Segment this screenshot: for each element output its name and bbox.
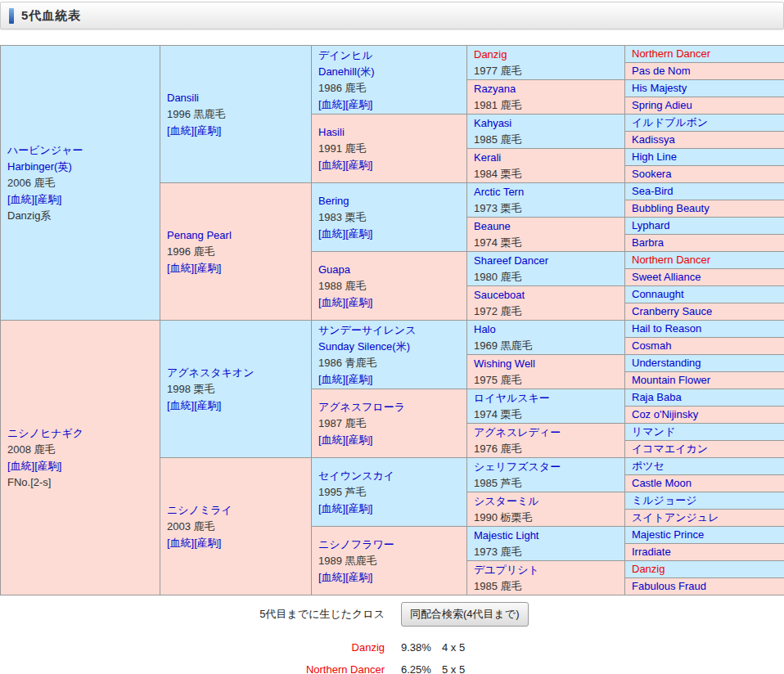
- horse-name-link[interactable]: Cosmah: [632, 339, 671, 352]
- horse-name-link[interactable]: ミルジョージ: [632, 494, 697, 506]
- horse-name-link[interactable]: Castle Moon: [632, 477, 692, 489]
- cross-horse-name: Northern Dancer: [0, 661, 385, 674]
- horse-name-link[interactable]: アグネスフローラ: [318, 401, 405, 413]
- pedigree-link[interactable]: [血統]: [318, 227, 345, 240]
- offspring-link[interactable]: [産駒]: [345, 571, 372, 583]
- horse-name-link[interactable]: ニシノフラワー: [318, 538, 394, 550]
- horse-name-link[interactable]: Halo: [474, 323, 496, 335]
- horse-name-link[interactable]: High Line: [632, 151, 677, 163]
- offspring-link[interactable]: [産駒]: [345, 98, 372, 110]
- horse-name-link[interactable]: Beaune: [474, 220, 511, 232]
- offspring-link[interactable]: [産駒]: [345, 296, 372, 308]
- offspring-link[interactable]: [産駒]: [345, 502, 372, 514]
- horse-name: Lyphard: [632, 218, 777, 234]
- horse-name-link[interactable]: Shareef Dancer: [474, 254, 548, 267]
- horse-name-link[interactable]: ハービンジャー: [7, 144, 83, 156]
- horse-name-link[interactable]: ニシノミライ: [167, 504, 232, 516]
- horse-name-link[interactable]: Sookera: [632, 168, 671, 180]
- horse-name-link[interactable]: Hail to Reason: [632, 322, 701, 335]
- pedigree-link[interactable]: [血統]: [318, 502, 345, 514]
- pedigree-link[interactable]: [血統]: [318, 571, 345, 583]
- offspring-link[interactable]: [産駒]: [194, 537, 221, 549]
- horse-name-link[interactable]: Spring Adieu: [632, 99, 692, 111]
- horse-name-link[interactable]: Danzig: [474, 48, 507, 61]
- horse-name-link[interactable]: Kahyasi: [474, 117, 511, 129]
- horse-info: 1986 鹿毛: [318, 80, 460, 97]
- horse-name-link[interactable]: Hasili: [318, 126, 345, 138]
- horse-name-link[interactable]: Guapa: [318, 263, 350, 276]
- horse-name-link[interactable]: Kerali: [474, 151, 501, 164]
- pedigree-link[interactable]: [血統]: [167, 537, 194, 549]
- horse-name-link[interactable]: Coz o'Nijinsky: [632, 408, 698, 420]
- horse-name-link[interactable]: Lyphard: [632, 219, 670, 231]
- pedigree-link[interactable]: [血統]: [167, 262, 194, 274]
- horse-name-link[interactable]: スイトアンジュレ: [632, 511, 719, 523]
- horse-name-link[interactable]: Bering: [318, 195, 349, 207]
- horse-name-link[interactable]: デインヒル: [318, 49, 373, 61]
- horse-name-link[interactable]: イコマエイカン: [632, 443, 708, 455]
- offspring-link[interactable]: [産駒]: [345, 373, 372, 385]
- horse-name-link[interactable]: Penang Pearl: [167, 229, 232, 241]
- pedigree-link[interactable]: [血統]: [167, 124, 194, 137]
- horse-name-link[interactable]: Danzig: [632, 563, 665, 575]
- horse-eng-name-link[interactable]: Harbinger(英): [7, 160, 72, 173]
- horse-name-link[interactable]: セイウンスカイ: [318, 470, 394, 482]
- horse-name-link[interactable]: Pas de Nom: [632, 65, 691, 77]
- same-mating-search-button[interactable]: 同配合検索(4代目まで): [401, 602, 529, 627]
- horse-name-link[interactable]: Mountain Flower: [632, 374, 710, 386]
- offspring-link[interactable]: [産駒]: [194, 399, 221, 411]
- horse-name-link[interactable]: Kadissya: [632, 133, 675, 146]
- offspring-link[interactable]: [産駒]: [345, 227, 372, 240]
- horse-name-link[interactable]: イルドブルボン: [632, 116, 708, 128]
- pedigree-link[interactable]: [血統]: [7, 460, 34, 472]
- horse-name-link[interactable]: Majestic Prince: [632, 528, 704, 541]
- horse-name-link[interactable]: Understanding: [632, 357, 701, 369]
- horse-name-link[interactable]: His Majesty: [632, 82, 687, 94]
- horse-name-link[interactable]: Barbra: [632, 236, 664, 249]
- horse-eng-name-link[interactable]: Danehill(米): [318, 65, 375, 78]
- pedigree-link[interactable]: [血統]: [318, 373, 345, 385]
- horse-name-link[interactable]: Irradiate: [632, 546, 671, 558]
- horse-name-link[interactable]: ニシノヒナギク: [7, 427, 83, 439]
- horse-name-link[interactable]: アグネスレディー: [474, 426, 561, 438]
- horse-name-link[interactable]: ロイヤルスキー: [474, 392, 550, 404]
- horse-name-link[interactable]: Connaught: [632, 288, 684, 300]
- horse-name-link[interactable]: Raja Baba: [632, 391, 682, 403]
- horse-name-link[interactable]: ポツセ: [632, 460, 665, 472]
- horse-name-link[interactable]: リマンド: [632, 425, 675, 438]
- horse-name-link[interactable]: アグネスタキオン: [167, 366, 254, 379]
- horse-name-link[interactable]: Sweet Alliance: [632, 271, 701, 283]
- offspring-link[interactable]: [産駒]: [194, 124, 221, 137]
- horse-name-link[interactable]: サンデーサイレンス: [318, 324, 416, 336]
- horse-name-link[interactable]: Razyana: [474, 83, 516, 95]
- horse-name-link[interactable]: Dansili: [167, 92, 199, 104]
- horse-extra: FNo.[2-s]: [7, 474, 153, 491]
- horse-name-link[interactable]: Wishing Well: [474, 357, 535, 370]
- horse-eng-name-link[interactable]: Sunday Silence(米): [318, 340, 410, 353]
- horse-name-link[interactable]: Bubbling Beauty: [632, 202, 710, 214]
- pedigree-link[interactable]: [血統]: [318, 98, 345, 110]
- pedigree-link[interactable]: [血統]: [318, 296, 345, 308]
- offspring-link[interactable]: [産駒]: [34, 193, 61, 205]
- pedigree-link[interactable]: [血統]: [318, 159, 345, 171]
- pedigree-link[interactable]: [血統]: [318, 434, 345, 446]
- horse-name-link[interactable]: Northern Dancer: [632, 254, 710, 266]
- pedigree-link[interactable]: [血統]: [7, 193, 34, 205]
- horse-name-link[interactable]: デユプリシト: [474, 564, 539, 576]
- horse-name-link[interactable]: Sauceboat: [474, 289, 525, 301]
- horse-name-link[interactable]: Northern Dancer: [632, 47, 710, 60]
- offspring-link[interactable]: [産駒]: [34, 460, 61, 472]
- offspring-link[interactable]: [産駒]: [194, 262, 221, 274]
- horse-name-link[interactable]: シェリフズスター: [474, 461, 561, 473]
- horse-name-link[interactable]: シスターミル: [474, 495, 539, 507]
- horse-name-link[interactable]: Cranberry Sauce: [632, 305, 712, 317]
- offspring-link[interactable]: [産駒]: [345, 159, 372, 171]
- pedigree-cell: アグネスタキオン1998 栗毛[血統][産駒]: [160, 321, 312, 458]
- pedigree-cell: Lyphard: [625, 218, 784, 235]
- horse-name-link[interactable]: Majestic Light: [474, 529, 538, 541]
- offspring-link[interactable]: [産駒]: [345, 434, 372, 446]
- horse-name-link[interactable]: Arctic Tern: [474, 186, 524, 198]
- horse-name-link[interactable]: Sea-Bird: [632, 185, 674, 197]
- pedigree-link[interactable]: [血統]: [167, 399, 194, 411]
- horse-name-link[interactable]: Fabulous Fraud: [632, 580, 706, 592]
